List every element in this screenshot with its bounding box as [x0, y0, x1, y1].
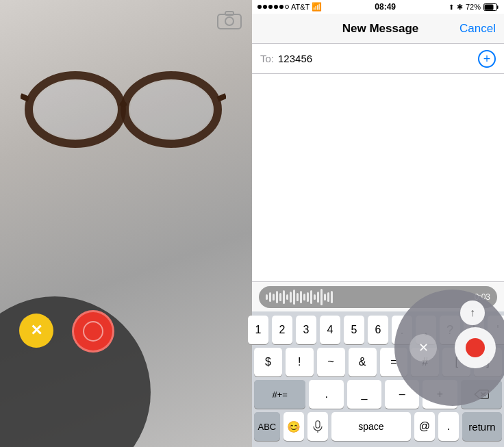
add-icon: + — [483, 53, 491, 65]
key-5[interactable]: 5 — [344, 316, 364, 344]
camera-panel: ✕ — [0, 0, 252, 447]
to-field-row: To: + — [252, 44, 504, 74]
float-record-indicator — [466, 338, 485, 357]
key-6[interactable]: 6 — [368, 316, 388, 344]
key-dot2[interactable]: . — [309, 380, 343, 409]
wbar — [266, 294, 268, 300]
wbar — [331, 291, 333, 303]
wbar — [293, 290, 295, 305]
key-abc[interactable]: ABC — [254, 412, 280, 441]
float-record-button[interactable] — [455, 327, 496, 368]
key-at[interactable]: @ — [414, 412, 435, 441]
x-icon: ✕ — [418, 340, 429, 355]
navigation-bar: New Message Cancel — [252, 14, 504, 44]
wbar — [317, 292, 319, 303]
location-icon: ⬆ — [449, 3, 454, 11]
key-emoji[interactable]: 😊 — [284, 412, 304, 441]
wbar — [276, 291, 278, 303]
dot-5 — [279, 5, 284, 9]
key-4[interactable]: 4 — [320, 316, 340, 344]
wbar — [297, 293, 299, 301]
recipient-input[interactable] — [278, 53, 474, 64]
svg-point-5 — [130, 81, 212, 138]
key-3[interactable]: 3 — [296, 316, 316, 344]
nav-title: New Message — [342, 22, 419, 36]
battery-percent: 72% — [466, 3, 481, 11]
wbar — [303, 294, 305, 301]
bluetooth-icon: ✱ — [457, 3, 463, 12]
to-label: To: — [260, 53, 274, 64]
cancel-recording-button[interactable]: ✕ — [19, 314, 53, 348]
record-button[interactable] — [72, 310, 114, 353]
add-recipient-button[interactable]: + — [478, 50, 496, 68]
dot-4 — [274, 5, 278, 9]
status-signal: AT&T 📶 — [257, 2, 322, 12]
wbar — [324, 294, 326, 301]
battery-icon — [483, 3, 499, 11]
camera-switch-icon[interactable] — [217, 10, 242, 29]
key-dot3[interactable]: . — [438, 412, 459, 441]
glasses-image — [21, 41, 226, 178]
key-2[interactable]: 2 — [272, 316, 292, 344]
key-return[interactable]: return — [462, 412, 502, 441]
svg-rect-17 — [316, 421, 320, 429]
key-hashplus[interactable]: #+= — [254, 380, 305, 409]
wbar — [283, 290, 285, 304]
dot-3 — [268, 5, 273, 9]
message-compose-area[interactable] — [252, 74, 504, 281]
key-space[interactable]: space — [331, 412, 411, 441]
float-audio-controls: ↑ ✕ — [394, 290, 504, 406]
keyboard-row-4: ABC 😊 space @ . return — [254, 412, 502, 441]
dot-2 — [263, 5, 267, 9]
wbar — [300, 291, 302, 303]
key-underscore[interactable]: _ — [347, 380, 381, 409]
status-right: ⬆ ✱ 72% — [449, 3, 499, 12]
wbar — [320, 289, 323, 305]
dot-1 — [257, 5, 262, 9]
key-exclam[interactable]: ! — [286, 348, 314, 376]
wbar — [269, 292, 271, 302]
send-audio-button[interactable]: ↑ — [460, 301, 485, 325]
wbar — [286, 294, 288, 300]
key-1[interactable]: 1 — [248, 316, 268, 344]
signal-dots — [257, 5, 289, 9]
svg-rect-13 — [497, 5, 499, 9]
svg-line-2 — [21, 96, 29, 99]
key-ampersand[interactable]: & — [349, 348, 377, 376]
status-time: 08:49 — [375, 2, 396, 12]
wbar — [290, 292, 292, 303]
record-button-inner — [83, 321, 103, 342]
svg-rect-14 — [485, 4, 494, 10]
svg-line-3 — [218, 96, 226, 99]
wbar — [310, 290, 312, 304]
camera-background: ✕ — [0, 0, 252, 447]
svg-point-7 — [225, 17, 234, 25]
wifi-icon: 📶 — [312, 2, 322, 12]
carrier-name: AT&T — [291, 3, 310, 11]
wbar — [279, 293, 281, 301]
wbar — [273, 294, 275, 301]
messages-panel: AT&T 📶 08:49 ⬆ ✱ 72% New Message Cancel … — [252, 0, 504, 447]
svg-point-4 — [34, 81, 116, 138]
cancel-audio-button[interactable]: ✕ — [410, 334, 437, 361]
status-bar: AT&T 📶 08:49 ⬆ ✱ 72% — [252, 0, 504, 14]
svg-rect-8 — [225, 12, 234, 15]
dot-6 — [285, 5, 289, 9]
wbar — [327, 292, 329, 302]
wbar — [307, 292, 309, 302]
key-tilde[interactable]: ~ — [317, 348, 345, 376]
key-dollar[interactable]: $ — [254, 348, 282, 376]
wbar — [314, 294, 316, 300]
key-mic[interactable] — [307, 412, 328, 441]
cancel-button[interactable]: Cancel — [459, 22, 496, 36]
up-arrow-icon: ↑ — [470, 307, 475, 319]
